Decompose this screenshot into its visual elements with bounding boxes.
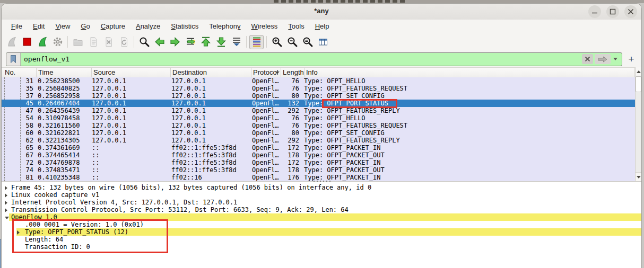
menu-view[interactable]: View <box>50 21 75 32</box>
packet-row-58[interactable]: 580.321611560127.0.0.1127.0.0.1OpenFl…76… <box>2 122 635 129</box>
packet-row-72[interactable]: 720.374769878::ff02::1:ffe5:3f8dOpenFl…1… <box>2 159 635 166</box>
menu-wireless[interactable]: Wireless <box>246 21 283 32</box>
start-capture-button[interactable] <box>4 35 19 49</box>
column-header-time[interactable]: Time <box>37 68 92 77</box>
cell-src: :: <box>92 159 99 166</box>
cell-no: 62 <box>6 137 33 144</box>
toolbar-separator <box>134 36 134 48</box>
cell-time: 0.374465414 <box>38 151 80 159</box>
column-header-no[interactable]: No. <box>2 68 37 77</box>
close-button[interactable] <box>624 5 637 18</box>
display-filter-input[interactable] <box>21 55 582 64</box>
go-first-button[interactable] <box>198 35 213 49</box>
packet-row-60[interactable]: 600.321622821127.0.0.1127.0.0.1OpenFl…80… <box>2 129 635 137</box>
colorize-button[interactable] <box>249 35 264 49</box>
collapsed-arrow-icon[interactable] <box>5 186 7 190</box>
cell-no: 58 <box>6 122 33 129</box>
toolbar-separator <box>266 36 267 48</box>
open-file-button[interactable] <box>71 35 85 49</box>
close-file-button[interactable] <box>101 35 116 49</box>
zoom-out-button[interactable] <box>285 35 299 49</box>
column-menu-caret-icon[interactable] <box>275 72 280 74</box>
restart-capture-button[interactable] <box>35 35 49 49</box>
menu-edit[interactable]: Edit <box>28 21 50 32</box>
cell-no: 72 <box>6 159 33 166</box>
packet-row-37[interactable]: 370.256852958127.0.0.1127.0.0.1OpenFl…80… <box>2 92 635 100</box>
save-file-button[interactable] <box>86 35 100 49</box>
zoom-in-button[interactable] <box>269 35 284 49</box>
packet-row-74[interactable]: 740.374835471::ff02::1:ffe5:3f8dOpenFl…1… <box>2 166 635 174</box>
column-header-source[interactable]: Source <box>92 68 171 77</box>
screen: *any FileEditViewGoCaptureAnalyzeStatist… <box>0 0 644 268</box>
cell-src: 127.0.0.1 <box>92 107 126 114</box>
packet-row-45[interactable]: 450.264067404127.0.0.1127.0.0.1OpenFl…13… <box>2 100 635 107</box>
packet-list-scrollbar[interactable] <box>635 67 641 181</box>
cell-src: 127.0.0.1 <box>92 129 126 137</box>
filter-bookmark-button[interactable] <box>6 53 21 66</box>
find-packet-button[interactable] <box>137 35 151 49</box>
titlebar[interactable]: *any <box>2 4 641 20</box>
minimize-button[interactable] <box>588 5 601 18</box>
filter-apply-button[interactable] <box>595 54 611 64</box>
maximize-button[interactable] <box>606 5 619 18</box>
go-last-button[interactable] <box>214 35 228 49</box>
column-header-destination[interactable]: Destination <box>171 68 251 77</box>
detail-row[interactable]: Internet Protocol Version 4, Src: 127.0.… <box>2 199 641 206</box>
menu-file[interactable]: File <box>6 21 28 32</box>
cell-dst: 127.0.0.1 <box>171 114 206 122</box>
zoom-reset-button[interactable] <box>300 35 315 49</box>
cell-info: Type: OFPT_FEATURES_REPLY <box>304 137 400 144</box>
auto-scroll-button[interactable] <box>229 35 243 49</box>
scrollbar-thumb[interactable] <box>636 76 641 92</box>
filter-clear-button[interactable] <box>582 54 593 64</box>
menu-telephony[interactable]: Telephony <box>204 21 246 32</box>
detail-text: Linux cooked capture v1 <box>11 191 99 199</box>
packet-row-47[interactable]: 470.264356439127.0.0.1127.0.0.1OpenFl…29… <box>2 107 635 114</box>
restart-capture-icon <box>37 36 48 48</box>
detail-row[interactable]: Linux cooked capture v1 <box>2 191 641 199</box>
go-forward-button[interactable] <box>168 35 182 49</box>
packet-row-31[interactable]: 310.256238500127.0.0.1127.0.0.1OpenFl…76… <box>2 77 635 85</box>
packet-row-65[interactable]: 650.374361669::ff02::1:ffe5:3f8dOpenFl…1… <box>2 144 635 151</box>
cell-time: 0.374361669 <box>38 144 80 151</box>
filter-add-button[interactable]: + <box>625 53 637 65</box>
collapsed-arrow-icon[interactable] <box>5 201 7 205</box>
menu-go[interactable]: Go <box>75 21 95 32</box>
resize-columns-button[interactable] <box>316 35 330 49</box>
cell-time: 0.256238500 <box>38 77 80 85</box>
reload-file-button[interactable] <box>117 35 131 49</box>
collapsed-arrow-icon[interactable] <box>5 193 7 198</box>
display-filter-box[interactable] <box>6 52 622 66</box>
scroll-down-button[interactable] <box>636 172 641 181</box>
menu-tools[interactable]: Tools <box>283 21 309 32</box>
capture-options-button[interactable] <box>50 35 65 49</box>
scroll-up-button[interactable] <box>636 67 641 76</box>
clear-icon <box>585 56 590 62</box>
go-back-button[interactable] <box>152 35 167 49</box>
detail-row[interactable]: Transmission Control Protocol, Src Port:… <box>2 206 641 213</box>
column-header-info[interactable]: Info <box>304 68 635 77</box>
menu-statistics[interactable]: Statistics <box>166 21 204 32</box>
cell-dst: 127.0.0.1 <box>171 92 206 100</box>
detail-row[interactable]: Frame 45: 132 bytes on wire (1056 bits),… <box>2 184 641 191</box>
filter-dropdown-caret[interactable] <box>613 58 617 60</box>
menu-analyze[interactable]: Analyze <box>130 21 166 32</box>
packet-row-81[interactable]: 810.410235348::ff02::16OpenFl…176Type: O… <box>2 174 635 181</box>
column-header-length[interactable]: Length <box>281 68 304 77</box>
go-to-packet-button[interactable] <box>183 35 197 49</box>
expanded-arrow-icon[interactable] <box>5 217 9 219</box>
auto-scroll-icon <box>231 36 242 48</box>
packet-row-54[interactable]: 540.310978458127.0.0.1127.0.0.1OpenFl…76… <box>2 114 635 122</box>
close-icon <box>628 8 634 15</box>
cell-len: 178 <box>267 166 299 174</box>
packet-row-62[interactable]: 620.322134305127.0.0.1127.0.0.1OpenFl…29… <box>2 137 635 144</box>
menu-capture[interactable]: Capture <box>95 21 130 32</box>
collapsed-arrow-icon[interactable] <box>5 208 7 212</box>
packet-list: 310.256238500127.0.0.1127.0.0.1OpenFl…76… <box>2 77 635 181</box>
zoom-out-icon <box>286 36 298 48</box>
cell-info: Type: OFPT_SET_CONFIG <box>304 129 385 137</box>
packet-row-67[interactable]: 670.374465414::ff02::1:ffe5:3f8dOpenFl…1… <box>2 151 635 159</box>
packet-row-35[interactable]: 350.256840825127.0.0.1127.0.0.1OpenFl…76… <box>2 85 635 92</box>
stop-capture-button[interactable] <box>20 35 34 49</box>
menu-help[interactable]: Help <box>310 21 335 32</box>
